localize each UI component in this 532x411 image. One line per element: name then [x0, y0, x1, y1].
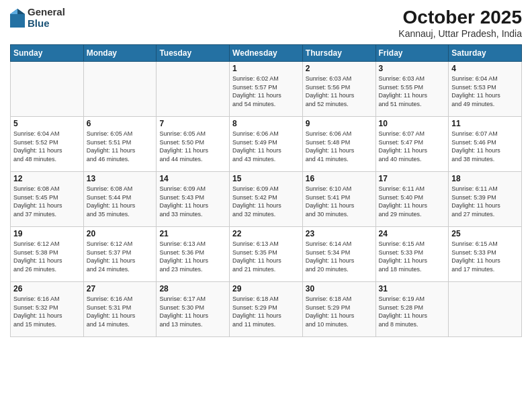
calendar-day: 12Sunrise: 6:08 AMSunset: 5:45 PMDayligh…	[11, 172, 84, 227]
day-info: Sunrise: 6:07 AMSunset: 5:46 PMDaylight:…	[451, 130, 519, 163]
calendar-day: 3Sunrise: 6:03 AMSunset: 5:55 PMDaylight…	[375, 62, 449, 117]
calendar-day: 4Sunrise: 6:04 AMSunset: 5:53 PMDaylight…	[449, 62, 522, 117]
day-info: Sunrise: 6:12 AMSunset: 5:38 PMDaylight:…	[13, 240, 81, 273]
calendar-day: 31Sunrise: 6:19 AMSunset: 5:28 PMDayligh…	[375, 282, 449, 337]
calendar-day: 28Sunrise: 6:17 AMSunset: 5:30 PMDayligh…	[157, 282, 230, 337]
day-number: 4	[451, 64, 519, 73]
calendar-week-4: 19Sunrise: 6:12 AMSunset: 5:38 PMDayligh…	[11, 227, 522, 282]
day-info: Sunrise: 6:07 AMSunset: 5:47 PMDaylight:…	[379, 130, 446, 163]
day-info: Sunrise: 6:10 AMSunset: 5:41 PMDaylight:…	[306, 185, 373, 218]
calendar-table: SundayMondayTuesdayWednesdayThursdayFrid…	[10, 44, 522, 337]
calendar-day: 18Sunrise: 6:11 AMSunset: 5:39 PMDayligh…	[449, 172, 522, 227]
day-number: 28	[159, 284, 226, 293]
weekday-header-thursday: Thursday	[302, 45, 375, 62]
calendar-day: 7Sunrise: 6:05 AMSunset: 5:50 PMDaylight…	[157, 117, 230, 172]
day-number: 3	[379, 64, 446, 73]
day-number: 2	[306, 64, 373, 73]
calendar-day: 17Sunrise: 6:11 AMSunset: 5:40 PMDayligh…	[375, 172, 449, 227]
day-number: 24	[379, 229, 446, 238]
day-info: Sunrise: 6:13 AMSunset: 5:36 PMDaylight:…	[159, 240, 226, 273]
calendar-week-1: 1Sunrise: 6:02 AMSunset: 5:57 PMDaylight…	[11, 62, 522, 117]
weekday-header-wednesday: Wednesday	[230, 45, 303, 62]
calendar-week-5: 26Sunrise: 6:16 AMSunset: 5:32 PMDayligh…	[11, 282, 522, 337]
calendar-day: 13Sunrise: 6:08 AMSunset: 5:44 PMDayligh…	[83, 172, 157, 227]
day-number: 14	[159, 174, 226, 183]
day-info: Sunrise: 6:08 AMSunset: 5:45 PMDaylight:…	[13, 185, 81, 218]
day-info: Sunrise: 6:02 AMSunset: 5:57 PMDaylight:…	[232, 75, 300, 108]
day-info: Sunrise: 6:12 AMSunset: 5:37 PMDaylight:…	[87, 240, 154, 273]
calendar-day	[449, 282, 522, 337]
day-info: Sunrise: 6:11 AMSunset: 5:40 PMDaylight:…	[379, 185, 446, 218]
calendar-day: 29Sunrise: 6:18 AMSunset: 5:29 PMDayligh…	[230, 282, 303, 337]
calendar-day: 24Sunrise: 6:15 AMSunset: 5:33 PMDayligh…	[375, 227, 449, 282]
calendar-day	[157, 62, 230, 117]
day-info: Sunrise: 6:16 AMSunset: 5:31 PMDaylight:…	[87, 295, 154, 328]
title-section: October 2025 Kannauj, Uttar Pradesh, Ind…	[398, 7, 522, 39]
day-info: Sunrise: 6:05 AMSunset: 5:50 PMDaylight:…	[159, 130, 226, 163]
day-info: Sunrise: 6:03 AMSunset: 5:55 PMDaylight:…	[379, 75, 446, 108]
day-number: 1	[232, 64, 300, 73]
day-info: Sunrise: 6:18 AMSunset: 5:29 PMDaylight:…	[232, 295, 300, 328]
calendar-day: 9Sunrise: 6:06 AMSunset: 5:48 PMDaylight…	[302, 117, 375, 172]
day-number: 17	[379, 174, 446, 183]
day-info: Sunrise: 6:06 AMSunset: 5:49 PMDaylight:…	[232, 130, 300, 163]
day-number: 8	[232, 119, 300, 128]
svg-marker-2	[10, 9, 17, 14]
calendar-day: 10Sunrise: 6:07 AMSunset: 5:47 PMDayligh…	[375, 117, 449, 172]
weekday-header-row: SundayMondayTuesdayWednesdayThursdayFrid…	[11, 45, 522, 62]
day-info: Sunrise: 6:17 AMSunset: 5:30 PMDaylight:…	[159, 295, 226, 328]
day-number: 5	[13, 119, 81, 128]
day-number: 19	[13, 229, 81, 238]
day-info: Sunrise: 6:16 AMSunset: 5:32 PMDaylight:…	[13, 295, 81, 328]
calendar-week-2: 5Sunrise: 6:04 AMSunset: 5:52 PMDaylight…	[11, 117, 522, 172]
calendar-day: 8Sunrise: 6:06 AMSunset: 5:49 PMDaylight…	[230, 117, 303, 172]
day-info: Sunrise: 6:15 AMSunset: 5:33 PMDaylight:…	[451, 240, 519, 273]
location-subtitle: Kannauj, Uttar Pradesh, India	[398, 28, 522, 39]
calendar-day: 20Sunrise: 6:12 AMSunset: 5:37 PMDayligh…	[83, 227, 157, 282]
calendar-day: 2Sunrise: 6:03 AMSunset: 5:56 PMDaylight…	[302, 62, 375, 117]
calendar-day: 16Sunrise: 6:10 AMSunset: 5:41 PMDayligh…	[302, 172, 375, 227]
day-info: Sunrise: 6:08 AMSunset: 5:44 PMDaylight:…	[87, 185, 154, 218]
calendar-day: 27Sunrise: 6:16 AMSunset: 5:31 PMDayligh…	[83, 282, 157, 337]
day-number: 16	[306, 174, 373, 183]
calendar-day: 23Sunrise: 6:14 AMSunset: 5:34 PMDayligh…	[302, 227, 375, 282]
day-info: Sunrise: 6:04 AMSunset: 5:52 PMDaylight:…	[13, 130, 81, 163]
day-number: 20	[87, 229, 154, 238]
day-number: 21	[159, 229, 226, 238]
day-number: 15	[232, 174, 300, 183]
day-number: 11	[451, 119, 519, 128]
day-number: 13	[87, 174, 154, 183]
day-info: Sunrise: 6:03 AMSunset: 5:56 PMDaylight:…	[306, 75, 373, 108]
day-info: Sunrise: 6:09 AMSunset: 5:42 PMDaylight:…	[232, 185, 300, 218]
day-info: Sunrise: 6:15 AMSunset: 5:33 PMDaylight:…	[379, 240, 446, 273]
logo-text: General Blue	[28, 7, 65, 29]
day-info: Sunrise: 6:14 AMSunset: 5:34 PMDaylight:…	[306, 240, 373, 273]
logo-blue-text: Blue	[28, 18, 65, 30]
weekday-header-tuesday: Tuesday	[157, 45, 230, 62]
page-header: General Blue October 2025 Kannauj, Uttar…	[10, 7, 522, 39]
day-number: 31	[379, 284, 446, 293]
calendar-day: 26Sunrise: 6:16 AMSunset: 5:32 PMDayligh…	[11, 282, 84, 337]
calendar-day: 22Sunrise: 6:13 AMSunset: 5:35 PMDayligh…	[230, 227, 303, 282]
calendar-week-3: 12Sunrise: 6:08 AMSunset: 5:45 PMDayligh…	[11, 172, 522, 227]
calendar-day: 1Sunrise: 6:02 AMSunset: 5:57 PMDaylight…	[230, 62, 303, 117]
calendar-day: 5Sunrise: 6:04 AMSunset: 5:52 PMDaylight…	[11, 117, 84, 172]
day-info: Sunrise: 6:11 AMSunset: 5:39 PMDaylight:…	[451, 185, 519, 218]
day-number: 6	[87, 119, 154, 128]
day-number: 10	[379, 119, 446, 128]
logo-general-text: General	[28, 7, 65, 18]
day-number: 9	[306, 119, 373, 128]
calendar-day	[11, 62, 84, 117]
calendar-day: 21Sunrise: 6:13 AMSunset: 5:36 PMDayligh…	[157, 227, 230, 282]
day-info: Sunrise: 6:06 AMSunset: 5:48 PMDaylight:…	[306, 130, 373, 163]
day-info: Sunrise: 6:05 AMSunset: 5:51 PMDaylight:…	[87, 130, 154, 163]
calendar-body: 1Sunrise: 6:02 AMSunset: 5:57 PMDaylight…	[11, 62, 522, 337]
day-number: 18	[451, 174, 519, 183]
weekday-header-monday: Monday	[83, 45, 157, 62]
day-info: Sunrise: 6:13 AMSunset: 5:35 PMDaylight:…	[232, 240, 300, 273]
day-number: 23	[306, 229, 373, 238]
logo: General Blue	[10, 7, 65, 29]
page-container: General Blue October 2025 Kannauj, Uttar…	[0, 0, 532, 340]
day-info: Sunrise: 6:18 AMSunset: 5:29 PMDaylight:…	[306, 295, 373, 328]
calendar-header: SundayMondayTuesdayWednesdayThursdayFrid…	[11, 45, 522, 62]
